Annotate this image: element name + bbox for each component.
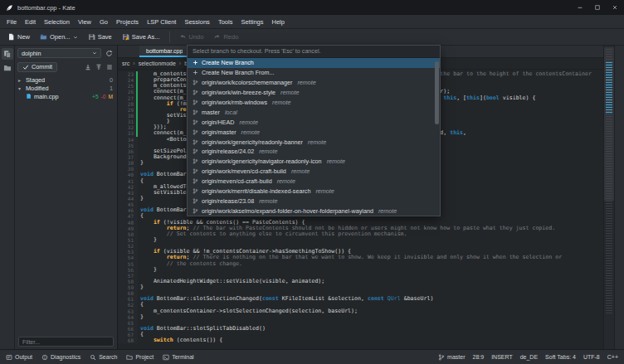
line-number: 54: [118, 255, 138, 260]
code-line: 55 // the contents change.: [118, 261, 603, 267]
maximize-button[interactable]: [594, 4, 601, 11]
expander-icon: ▾: [18, 85, 23, 91]
line-number: 44: [118, 196, 138, 201]
menu-lsp-client[interactable]: LSP Client: [143, 17, 180, 27]
statusbar-project-label: Project: [135, 354, 154, 360]
statusbar-input-mode[interactable]: INSERT: [491, 354, 513, 360]
filesystem-icon: [3, 64, 12, 72]
branch-item-label: origin/HEAD: [202, 119, 235, 126]
line-number: 28: [118, 101, 138, 107]
statusbar-dictionary[interactable]: de_DE: [520, 354, 538, 360]
commit-button[interactable]: Commit: [17, 62, 57, 72]
branch-item-9[interactable]: origin/release/24.02remote: [188, 147, 440, 157]
git-section-modified[interactable]: ▾Modified1: [15, 84, 117, 92]
diagnostics-icon: [41, 354, 48, 361]
pull-button[interactable]: [85, 64, 91, 70]
popup-scrollbar[interactable]: [434, 60, 439, 214]
popup-scrollbar-thumb[interactable]: [435, 61, 439, 124]
branch-item-7[interactable]: origin/masterremote: [188, 127, 440, 137]
push-button[interactable]: [95, 64, 102, 70]
branch-item-15[interactable]: origin/work/akselmo/expand-folder-on-hov…: [188, 206, 440, 216]
close-button[interactable]: [612, 4, 618, 11]
new-button[interactable]: New: [3, 32, 34, 42]
branch-icon: [193, 148, 198, 154]
line-number: 65: [118, 320, 138, 326]
branch-item-label: origin/work/genericity/readonly-banner: [202, 138, 303, 146]
save-button[interactable]: Save: [84, 32, 116, 42]
statusbar-cursor-position[interactable]: 28:9: [473, 354, 485, 360]
toolbar-separator: [169, 32, 170, 42]
branch-item-scope: remote: [280, 89, 299, 96]
menu-tools[interactable]: Tools: [214, 17, 237, 27]
statusbar-project[interactable]: Project: [126, 354, 154, 361]
branch-icon: [193, 109, 198, 115]
code-text: void BottomBar::slotSelectionChanged(con…: [138, 296, 433, 302]
statusbar-git-branch[interactable]: master: [438, 354, 465, 361]
branch-item-8[interactable]: origin/work/genericity/readonly-bannerre…: [188, 137, 440, 147]
code-line: 68 switch (contents()) {: [118, 337, 603, 343]
statusbar-search[interactable]: Search: [90, 354, 117, 361]
branch-item-0[interactable]: Create New Branch: [188, 58, 440, 68]
sidebar-tool-documents[interactable]: [2, 48, 13, 60]
statusbar-left: OutputDiagnosticsSearchProjectTerminal: [6, 354, 194, 361]
menu-file[interactable]: File: [2, 17, 21, 27]
branch-item-5[interactable]: masterlocal: [188, 107, 440, 117]
branch-item-scope: remote: [259, 148, 277, 155]
branch-item-10[interactable]: origin/work/genericity/navigator-readonl…: [188, 157, 440, 167]
branch-item-11[interactable]: origin/work/meven/cd-craft-buildremote: [188, 167, 440, 177]
project-selector[interactable]: dolphin: [17, 48, 101, 58]
refresh-button[interactable]: [104, 50, 115, 57]
tab-bottombar-cpp[interactable]: bottombar.cpp: [139, 46, 189, 57]
menu-projects[interactable]: Projects: [112, 17, 143, 27]
statusbar-diagnostics[interactable]: Diagnostics: [41, 354, 80, 361]
menu-go[interactable]: Go: [95, 17, 112, 27]
minimap-scrollbar[interactable]: [603, 46, 614, 349]
minimap-modified-marks: [606, 62, 612, 114]
code-text: AnimatedHeightWidget::setVisible(visible…: [138, 279, 324, 284]
menu-view[interactable]: View: [74, 17, 95, 27]
save-as-button[interactable]: Save As...: [118, 32, 164, 42]
minimize-button[interactable]: [577, 4, 583, 11]
branch-icon: [193, 119, 198, 125]
branch-item-label: origin/release/24.02: [202, 148, 254, 155]
line-number: 53: [118, 249, 138, 255]
toolbar-button-label: Open...: [50, 33, 71, 41]
history-button[interactable]: [106, 64, 113, 70]
sidebar-tool-filesystem[interactable]: [2, 62, 13, 74]
menu-edit[interactable]: Edit: [21, 17, 40, 27]
code-line: 64}: [118, 314, 603, 320]
statusbar-terminal[interactable]: Terminal: [163, 354, 193, 361]
breadcrumb-segment[interactable]: src: [122, 61, 129, 66]
code-text: }: [138, 237, 157, 243]
menu-help[interactable]: Help: [268, 17, 289, 27]
branch-item-4[interactable]: origin/work/rmb-windowsremote: [188, 98, 440, 108]
redo-button[interactable]: Redo: [209, 32, 242, 42]
menu-settings[interactable]: Settings: [236, 17, 267, 27]
git-filter-input[interactable]: [18, 337, 114, 347]
statusbar-output-label: Output: [15, 354, 32, 360]
statusbar-encoding[interactable]: UTF-8: [583, 354, 600, 360]
chevron-down-icon: [92, 51, 97, 56]
branch-item-12[interactable]: origin/meven/cd-craft-buildremote: [188, 177, 440, 187]
code-line: 63 m_contentsContainer->slotSelectionCha…: [118, 308, 603, 314]
statusbar-highlight-mode[interactable]: C++: [607, 354, 618, 360]
branch-item-2[interactable]: origin/work/kcolorschememanagerremote: [188, 78, 440, 88]
branch-item-scope: local: [225, 109, 237, 116]
branch-item-6[interactable]: origin/HEADremote: [188, 117, 440, 127]
git-section-staged[interactable]: ▸Staged0: [15, 75, 117, 84]
line-number: 45: [118, 201, 138, 207]
breadcrumb-segment[interactable]: selectionmode: [139, 61, 176, 66]
statusbar-dictionary-label: de_DE: [520, 354, 538, 360]
branch-item-13[interactable]: origin/work/merrit/disable-indexed-searc…: [188, 187, 440, 197]
git-file-row[interactable]: main.cpp+5-0M: [15, 92, 117, 100]
menu-selection[interactable]: Selection: [40, 17, 74, 27]
open-button[interactable]: Open...: [36, 32, 82, 42]
branch-item-3[interactable]: origin/work/win-breeze-styleremote: [188, 88, 440, 98]
undo-button[interactable]: Undo: [175, 32, 208, 42]
statusbar-output[interactable]: Output: [6, 354, 32, 361]
branch-item-14[interactable]: origin/release/23.08remote: [188, 196, 440, 206]
statusbar-tab-settings[interactable]: Soft Tabs: 4: [545, 354, 576, 360]
menu-sessions[interactable]: Sessions: [180, 17, 213, 27]
code-text: }: [138, 284, 144, 290]
branch-item-1[interactable]: Create New Branch From...: [188, 68, 440, 78]
